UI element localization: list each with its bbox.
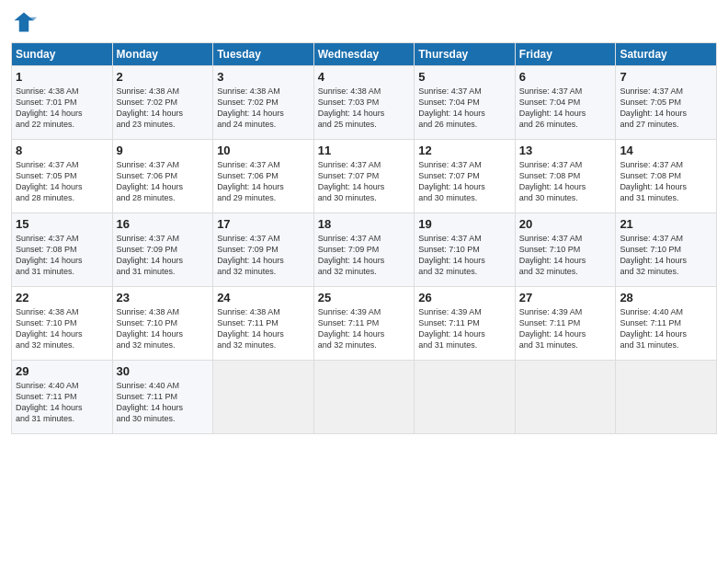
day-number: 27 [519, 291, 612, 304]
calendar-cell: 3Sunrise: 4:38 AMSunset: 7:02 PMDaylight… [213, 66, 314, 140]
cell-text: Sunrise: 4:38 AMSunset: 7:01 PMDaylight:… [16, 86, 108, 131]
calendar-cell: 5Sunrise: 4:37 AMSunset: 7:04 PMDaylight… [415, 66, 516, 140]
week-row-2: 8Sunrise: 4:37 AMSunset: 7:05 PMDaylight… [12, 140, 717, 213]
cell-text: Sunrise: 4:37 AMSunset: 7:06 PMDaylight:… [217, 159, 310, 204]
day-number: 4 [318, 70, 411, 84]
day-number: 28 [620, 291, 712, 304]
weekday-header-thursday: Thursday [415, 43, 516, 66]
day-number: 11 [318, 144, 411, 157]
day-number: 22 [16, 291, 108, 304]
cell-text: Sunrise: 4:39 AMSunset: 7:11 PMDaylight:… [318, 306, 411, 351]
cell-text: Sunrise: 4:37 AMSunset: 7:04 PMDaylight:… [418, 86, 511, 131]
day-number: 2 [117, 70, 210, 84]
calendar-cell: 6Sunrise: 4:37 AMSunset: 7:04 PMDaylight… [515, 66, 616, 140]
cell-text: Sunrise: 4:37 AMSunset: 7:05 PMDaylight:… [620, 86, 712, 131]
calendar-cell: 17Sunrise: 4:37 AMSunset: 7:09 PMDayligh… [213, 213, 314, 287]
day-number: 5 [418, 70, 511, 84]
day-number: 23 [117, 291, 210, 304]
cell-text: Sunrise: 4:37 AMSunset: 7:05 PMDaylight:… [16, 159, 108, 204]
calendar-cell: 23Sunrise: 4:38 AMSunset: 7:10 PMDayligh… [112, 287, 213, 361]
calendar-cell: 10Sunrise: 4:37 AMSunset: 7:06 PMDayligh… [213, 140, 314, 213]
cell-text: Sunrise: 4:38 AMSunset: 7:10 PMDaylight:… [117, 306, 210, 351]
calendar-cell: 13Sunrise: 4:37 AMSunset: 7:08 PMDayligh… [515, 140, 616, 213]
cell-text: Sunrise: 4:37 AMSunset: 7:06 PMDaylight:… [117, 159, 210, 204]
cell-text: Sunrise: 4:37 AMSunset: 7:09 PMDaylight:… [318, 233, 411, 278]
day-number: 16 [117, 217, 210, 231]
cell-text: Sunrise: 4:37 AMSunset: 7:08 PMDaylight:… [620, 159, 712, 204]
calendar-cell: 15Sunrise: 4:37 AMSunset: 7:08 PMDayligh… [12, 213, 113, 287]
day-number: 8 [16, 144, 108, 157]
calendar-cell: 12Sunrise: 4:37 AMSunset: 7:07 PMDayligh… [415, 140, 516, 213]
cell-text: Sunrise: 4:37 AMSunset: 7:10 PMDaylight:… [418, 233, 511, 278]
weekday-header-monday: Monday [112, 43, 213, 66]
cell-text: Sunrise: 4:37 AMSunset: 7:08 PMDaylight:… [16, 233, 108, 278]
logo [11, 9, 40, 35]
calendar-cell: 11Sunrise: 4:37 AMSunset: 7:07 PMDayligh… [313, 140, 415, 213]
week-row-3: 15Sunrise: 4:37 AMSunset: 7:08 PMDayligh… [12, 213, 717, 287]
calendar-cell [515, 361, 616, 434]
header [11, 9, 717, 35]
calendar-cell: 14Sunrise: 4:37 AMSunset: 7:08 PMDayligh… [616, 140, 717, 213]
calendar-cell: 21Sunrise: 4:37 AMSunset: 7:10 PMDayligh… [616, 213, 717, 287]
day-number: 3 [217, 70, 310, 84]
logo-icon [11, 9, 37, 35]
cell-text: Sunrise: 4:40 AMSunset: 7:11 PMDaylight:… [620, 306, 712, 351]
day-number: 29 [16, 364, 108, 378]
day-number: 14 [620, 144, 712, 157]
cell-text: Sunrise: 4:38 AMSunset: 7:10 PMDaylight:… [16, 306, 108, 351]
cell-text: Sunrise: 4:37 AMSunset: 7:07 PMDaylight:… [418, 159, 511, 204]
calendar-cell: 26Sunrise: 4:39 AMSunset: 7:11 PMDayligh… [415, 287, 516, 361]
day-number: 6 [519, 70, 612, 84]
day-number: 25 [318, 291, 411, 304]
calendar-cell: 18Sunrise: 4:37 AMSunset: 7:09 PMDayligh… [313, 213, 415, 287]
calendar-cell: 25Sunrise: 4:39 AMSunset: 7:11 PMDayligh… [313, 287, 415, 361]
day-number: 20 [519, 217, 612, 231]
cell-text: Sunrise: 4:37 AMSunset: 7:10 PMDaylight:… [519, 233, 612, 278]
cell-text: Sunrise: 4:37 AMSunset: 7:04 PMDaylight:… [519, 86, 612, 131]
weekday-header-sunday: Sunday [12, 43, 113, 66]
calendar-cell: 30Sunrise: 4:40 AMSunset: 7:11 PMDayligh… [112, 361, 213, 434]
calendar-cell: 28Sunrise: 4:40 AMSunset: 7:11 PMDayligh… [616, 287, 717, 361]
calendar-cell [616, 361, 717, 434]
calendar-cell: 19Sunrise: 4:37 AMSunset: 7:10 PMDayligh… [415, 213, 516, 287]
calendar-cell: 2Sunrise: 4:38 AMSunset: 7:02 PMDaylight… [112, 66, 213, 140]
calendar-cell [313, 361, 415, 434]
day-number: 18 [318, 217, 411, 231]
week-row-5: 29Sunrise: 4:40 AMSunset: 7:11 PMDayligh… [12, 361, 717, 434]
calendar-cell [213, 361, 314, 434]
day-number: 10 [217, 144, 310, 157]
calendar-cell: 29Sunrise: 4:40 AMSunset: 7:11 PMDayligh… [12, 361, 113, 434]
day-number: 24 [217, 291, 310, 304]
calendar-table: SundayMondayTuesdayWednesdayThursdayFrid… [11, 42, 717, 434]
calendar-cell: 7Sunrise: 4:37 AMSunset: 7:05 PMDaylight… [616, 66, 717, 140]
calendar-cell: 22Sunrise: 4:38 AMSunset: 7:10 PMDayligh… [12, 287, 113, 361]
day-number: 12 [418, 144, 511, 157]
day-number: 13 [519, 144, 612, 157]
weekday-header-friday: Friday [515, 43, 616, 66]
cell-text: Sunrise: 4:40 AMSunset: 7:11 PMDaylight:… [117, 380, 210, 425]
day-number: 15 [16, 217, 108, 231]
svg-marker-1 [28, 17, 37, 21]
weekday-header-saturday: Saturday [616, 43, 717, 66]
cell-text: Sunrise: 4:37 AMSunset: 7:10 PMDaylight:… [620, 233, 712, 278]
day-number: 26 [418, 291, 511, 304]
calendar-cell: 1Sunrise: 4:38 AMSunset: 7:01 PMDaylight… [12, 66, 113, 140]
week-row-4: 22Sunrise: 4:38 AMSunset: 7:10 PMDayligh… [12, 287, 717, 361]
calendar-cell: 20Sunrise: 4:37 AMSunset: 7:10 PMDayligh… [515, 213, 616, 287]
day-number: 21 [620, 217, 712, 231]
cell-text: Sunrise: 4:38 AMSunset: 7:02 PMDaylight:… [217, 86, 310, 131]
cell-text: Sunrise: 4:38 AMSunset: 7:02 PMDaylight:… [117, 86, 210, 131]
calendar-cell: 24Sunrise: 4:38 AMSunset: 7:11 PMDayligh… [213, 287, 314, 361]
cell-text: Sunrise: 4:39 AMSunset: 7:11 PMDaylight:… [418, 306, 511, 351]
cell-text: Sunrise: 4:38 AMSunset: 7:11 PMDaylight:… [217, 306, 310, 351]
day-number: 19 [418, 217, 511, 231]
calendar-cell: 9Sunrise: 4:37 AMSunset: 7:06 PMDaylight… [112, 140, 213, 213]
week-row-1: 1Sunrise: 4:38 AMSunset: 7:01 PMDaylight… [12, 66, 717, 140]
cell-text: Sunrise: 4:40 AMSunset: 7:11 PMDaylight:… [16, 380, 108, 425]
svg-marker-0 [15, 13, 34, 32]
day-number: 17 [217, 217, 310, 231]
cell-text: Sunrise: 4:37 AMSunset: 7:09 PMDaylight:… [217, 233, 310, 278]
weekday-header-tuesday: Tuesday [213, 43, 314, 66]
cell-text: Sunrise: 4:37 AMSunset: 7:09 PMDaylight:… [117, 233, 210, 278]
day-number: 9 [117, 144, 210, 157]
